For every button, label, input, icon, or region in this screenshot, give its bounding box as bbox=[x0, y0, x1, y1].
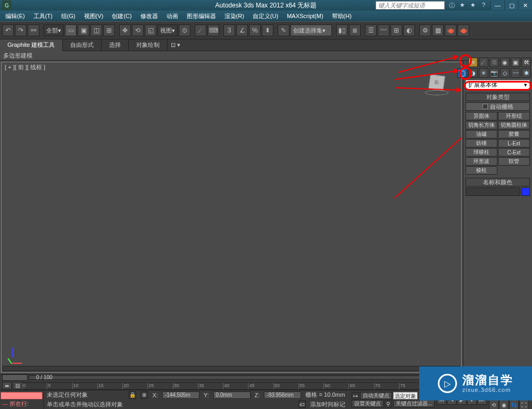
render-prod-icon[interactable]: 🫖 bbox=[458, 24, 469, 36]
close-button[interactable]: ✕ bbox=[518, 1, 532, 10]
ref-coord-dropdown[interactable]: 视图 ▾ bbox=[157, 24, 178, 36]
cameras-cat-icon[interactable]: 📷 bbox=[489, 68, 499, 78]
hierarchy-tab-icon[interactable]: ♲ bbox=[489, 58, 499, 67]
menu-tools[interactable]: 工具(T) bbox=[30, 12, 56, 20]
ribbon-tab-freeform[interactable]: 自由形式 bbox=[63, 39, 102, 51]
named-selection-dropdown[interactable]: 创建选择集 ▾ bbox=[290, 24, 332, 36]
btn-chamferbox[interactable]: 切角长方体 bbox=[466, 121, 497, 129]
geometry-cat-icon[interactable]: ◯ bbox=[458, 68, 467, 78]
key-filters-button[interactable]: 关键点过滤器... bbox=[393, 400, 435, 407]
angle-snap-icon[interactable]: ∠ bbox=[236, 24, 248, 36]
create-tab-icon[interactable]: ✳ bbox=[468, 58, 478, 67]
track-collapse-icon[interactable]: ⬌ bbox=[2, 382, 12, 389]
percent-snap-icon[interactable]: % bbox=[249, 24, 261, 36]
rotate-icon[interactable]: ⟲ bbox=[132, 24, 144, 36]
menu-edit[interactable]: 编辑(E) bbox=[2, 12, 28, 20]
menu-render[interactable]: 渲染(R) bbox=[221, 12, 247, 20]
menu-help[interactable]: 帮助(H) bbox=[329, 12, 355, 20]
nav-max-icon[interactable]: ⛶ bbox=[519, 400, 529, 409]
btn-hedra[interactable]: 异面体 bbox=[466, 112, 497, 120]
view-cube[interactable]: 前 bbox=[425, 73, 448, 96]
time-slider-handle[interactable] bbox=[2, 374, 28, 381]
snap-icon[interactable]: 3 bbox=[223, 24, 235, 36]
view-cube-ring[interactable] bbox=[425, 90, 448, 95]
nav-walk-icon[interactable]: 👣 bbox=[509, 400, 519, 409]
select-icon[interactable]: ▭ bbox=[65, 24, 77, 36]
info-icon[interactable]: ⓘ bbox=[448, 2, 455, 10]
coord-mode-icon[interactable]: ⊕ bbox=[140, 391, 148, 399]
render-frame-icon[interactable]: ▦ bbox=[432, 24, 444, 36]
btn-chamfercyl[interactable]: 切角圆柱体 bbox=[498, 121, 530, 129]
display-tab-icon[interactable]: ▣ bbox=[511, 58, 520, 67]
script-listener[interactable] bbox=[1, 392, 43, 399]
link-icon[interactable]: ⚯ bbox=[28, 24, 39, 36]
redo-icon[interactable]: ↷ bbox=[15, 24, 27, 36]
auto-key-button[interactable]: 自动关键点 bbox=[360, 392, 392, 399]
named-sel-edit-icon[interactable]: ✎ bbox=[278, 24, 289, 36]
menu-group[interactable]: 组(G) bbox=[58, 12, 79, 20]
viewport-label[interactable]: [ + ][ 前 ][ 线框 ] bbox=[5, 63, 45, 71]
nav-roll-icon[interactable]: ◉ bbox=[499, 400, 509, 409]
help-icon[interactable]: ? bbox=[480, 2, 487, 10]
menu-create[interactable]: 创建(C) bbox=[109, 12, 135, 20]
utilities-tab-icon[interactable]: 🛠 bbox=[521, 58, 531, 67]
menu-maxscript[interactable]: MAXScript(M) bbox=[284, 13, 326, 19]
autogrid-checkbox[interactable]: 自动栅格 bbox=[466, 102, 530, 111]
x-coord-input[interactable]: -144.505m bbox=[162, 391, 200, 399]
btn-ringwave[interactable]: 环形波 bbox=[466, 157, 497, 166]
rollout-name-color[interactable]: 名称和颜色 bbox=[466, 178, 530, 186]
motion-tab-icon[interactable]: ◉ bbox=[500, 58, 510, 67]
time-tag-icon[interactable]: 🏷 bbox=[298, 400, 306, 408]
align-icon[interactable]: ≣ bbox=[349, 24, 361, 36]
search-input[interactable] bbox=[376, 1, 445, 10]
ribbon-expand-icon[interactable]: ⊡ ▾ bbox=[171, 42, 180, 48]
key-selection-dropdown[interactable]: 选定对象 bbox=[393, 392, 418, 399]
menu-modifiers[interactable]: 修改器 bbox=[137, 12, 161, 20]
maximize-button[interactable]: ▢ bbox=[504, 1, 518, 10]
btn-torusknot[interactable]: 环形结 bbox=[498, 112, 530, 120]
mirror-icon[interactable]: ▮▯ bbox=[336, 24, 348, 36]
selection-filter-dropdown[interactable]: 全部 ▾ bbox=[44, 24, 64, 36]
btn-lext[interactable]: L-Ext bbox=[498, 139, 530, 148]
star2-icon[interactable]: ★ bbox=[469, 2, 477, 10]
render-icon[interactable]: 🫖 bbox=[445, 24, 456, 36]
rollout-object-type[interactable]: 对象类型 bbox=[466, 93, 530, 101]
schematic-icon[interactable]: ⊞ bbox=[390, 24, 402, 36]
z-coord-input[interactable]: -93.956mm bbox=[264, 391, 301, 399]
btn-capsule[interactable]: 胶囊 bbox=[498, 130, 530, 138]
view-cube-face[interactable]: 前 bbox=[428, 74, 445, 91]
ribbon-tab-objpaint[interactable]: 对象绘制 bbox=[129, 39, 168, 51]
btn-hose[interactable]: 软管 bbox=[498, 157, 530, 166]
curve-editor-icon[interactable]: 〰 bbox=[378, 24, 389, 36]
lights-cat-icon[interactable]: ☀ bbox=[479, 68, 488, 78]
menu-customize[interactable]: 自定义(U) bbox=[250, 12, 281, 20]
minimize-button[interactable]: — bbox=[491, 1, 504, 10]
btn-cext[interactable]: C-Ext bbox=[498, 148, 530, 157]
geometry-type-dropdown[interactable]: 扩展基本体▾ bbox=[466, 80, 530, 89]
ribbon-tab-select[interactable]: 选择 bbox=[102, 39, 129, 51]
undo-icon[interactable]: ↶ bbox=[2, 24, 14, 36]
nav-orbit-icon[interactable]: ⟲ bbox=[489, 400, 498, 409]
key-toggle-icon[interactable]: ⊶ bbox=[352, 392, 359, 399]
object-color-swatch[interactable] bbox=[521, 187, 530, 196]
window-crossing-icon[interactable]: ⊞ bbox=[103, 24, 115, 36]
object-name-input[interactable] bbox=[466, 187, 520, 196]
menu-graph[interactable]: 图形编辑器 bbox=[184, 12, 219, 20]
manip-icon[interactable]: ☄ bbox=[195, 24, 206, 36]
y-coord-input[interactable]: 0.0mm bbox=[213, 391, 251, 399]
menu-animation[interactable]: 动画 bbox=[163, 12, 181, 20]
select-region-icon[interactable]: ◫ bbox=[90, 24, 102, 36]
material-icon[interactable]: ◐ bbox=[403, 24, 415, 36]
keyboard-icon[interactable]: ⌨ bbox=[207, 24, 219, 36]
star-icon[interactable]: ★ bbox=[459, 2, 466, 10]
pivot-icon[interactable]: ⊙ bbox=[179, 24, 190, 36]
space-warps-cat-icon[interactable]: 〰 bbox=[511, 68, 520, 78]
spinner-snap-icon[interactable]: ⬍ bbox=[262, 24, 273, 36]
move-icon[interactable]: ✥ bbox=[119, 24, 131, 36]
btn-spindle[interactable]: 纺锤 bbox=[466, 139, 497, 148]
set-key-button[interactable]: 设置关键点 bbox=[352, 400, 384, 407]
btn-oiltank[interactable]: 油罐 bbox=[466, 130, 497, 138]
systems-cat-icon[interactable]: ✱ bbox=[521, 68, 531, 78]
viewport-scrollbar[interactable] bbox=[3, 366, 460, 371]
render-setup-icon[interactable]: ⚙ bbox=[419, 24, 431, 36]
